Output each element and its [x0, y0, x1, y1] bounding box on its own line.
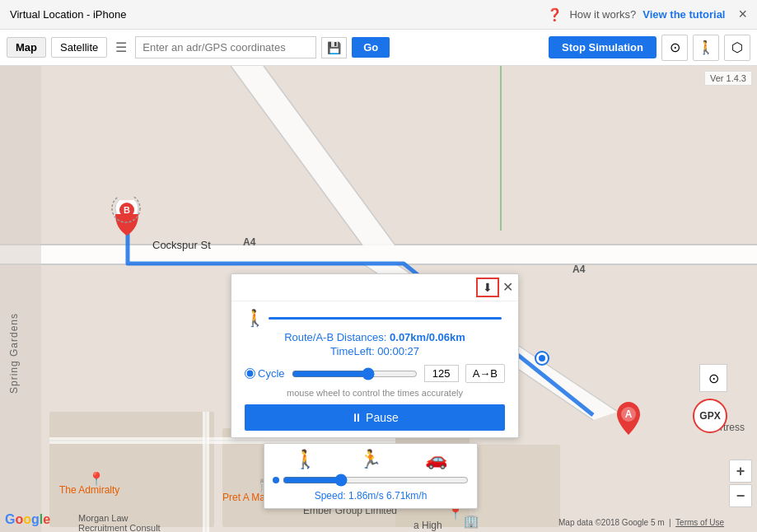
svg-text:B: B	[124, 205, 130, 215]
speed-slider[interactable]	[292, 367, 418, 380]
walker-icon: 🚶	[245, 308, 265, 328]
svg-rect-12	[49, 412, 214, 527]
run-speed-icon[interactable]: 🏃	[359, 449, 381, 470]
speed-slider-row	[273, 474, 469, 487]
google-logo: Google	[5, 512, 50, 527]
how-it-works-text: How it works?	[569, 8, 636, 21]
walk-mode-button[interactable]: 🚶	[693, 35, 719, 61]
version-badge: Ver 1.4.3	[704, 71, 752, 86]
svg-rect-10	[0, 66, 41, 532]
terms-link[interactable]: Terms of Use	[675, 518, 724, 527]
titlebar-right: ❓ How it works? View the tutorial ×	[547, 6, 747, 23]
address-input[interactable]	[135, 36, 316, 58]
svg-rect-1	[0, 245, 757, 264]
tutorial-link[interactable]: View the tutorial	[643, 8, 725, 21]
drive-speed-icon[interactable]: 🚗	[425, 449, 447, 470]
svg-text:A: A	[625, 408, 633, 420]
window-title: Virtual Location - iPhone	[10, 8, 126, 21]
timeleft-value: 00:00:27	[377, 345, 419, 357]
toolbar: Map Satellite ☰ 💾 Go Stop Simulation ⊙ 🚶…	[0, 30, 757, 66]
route-panel-header: ⬇ ✕	[231, 274, 518, 301]
speed-range-input[interactable]	[283, 474, 469, 487]
speed-icons-row: 🚶 🏃 🚗	[273, 449, 469, 470]
walker-progress-row: 🚶	[245, 308, 505, 328]
titlebar: Virtual Location - iPhone ❓ How it works…	[0, 0, 757, 30]
cycle-radio[interactable]	[245, 368, 255, 379]
list-icon[interactable]: ☰	[115, 40, 127, 55]
help-icon: ❓	[547, 7, 563, 22]
share-button[interactable]: ⬡	[724, 35, 750, 61]
progress-bar	[269, 317, 502, 320]
gpx-button[interactable]: GPX	[693, 399, 727, 433]
speed-display: Speed: 1.86m/s 6.71km/h	[273, 490, 469, 502]
ab-direction-button[interactable]: A→B	[465, 364, 505, 383]
cycle-radio-label[interactable]: Cycle	[245, 367, 285, 380]
pause-button[interactable]: ⏸ Pause	[245, 404, 505, 431]
speed-dot	[273, 477, 279, 483]
zoom-out-button[interactable]: −	[729, 484, 752, 507]
distance-value: 0.07km/0.06km	[390, 331, 465, 343]
speed-panel: 🚶 🏃 🚗 Speed: 1.86m/s 6.71km/h	[264, 443, 478, 509]
panel-close-button[interactable]: ✕	[502, 281, 513, 294]
recenter-button[interactable]: ⊙	[661, 35, 688, 61]
cycle-label: Cycle	[258, 367, 285, 380]
route-panel: ⬇ ✕ 🚶 Route/A-B Distances: 0.07km/0.06km…	[231, 273, 519, 438]
download-button[interactable]: ⬇	[476, 278, 499, 297]
go-button[interactable]: Go	[352, 37, 390, 58]
map-attribution: Map data ©2018 Google 5 m | Terms of Use	[558, 518, 724, 527]
marker-a: A	[616, 402, 641, 437]
satellite-tab[interactable]: Satellite	[51, 37, 107, 58]
route-point-marker	[534, 350, 550, 369]
close-icon[interactable]: ×	[738, 6, 747, 23]
high-mission-icon: 🏢	[463, 513, 479, 529]
time-left-line: TimeLeft: 00:00:27	[245, 345, 505, 357]
route-distance-line: Route/A-B Distances: 0.07km/0.06km	[245, 331, 505, 343]
zoom-in-button[interactable]: +	[729, 460, 752, 483]
walk-speed-icon[interactable]: 🚶	[294, 449, 316, 470]
stop-simulation-button[interactable]: Stop Simulation	[549, 36, 657, 58]
map-tab[interactable]: Map	[7, 37, 46, 58]
speed-value-display: 125	[424, 365, 459, 382]
route-panel-body: 🚶 Route/A-B Distances: 0.07km/0.06km Tim…	[231, 301, 518, 437]
mousewheel-hint: mouse wheel to control the times accurat…	[245, 388, 505, 398]
save-location-button[interactable]: 💾	[321, 37, 347, 58]
cycle-row: Cycle 125 A→B	[245, 364, 505, 383]
map-controls: + −	[729, 460, 752, 507]
spring-gardens-label: Spring Gardens	[8, 313, 20, 394]
marker-b: B	[113, 200, 141, 239]
svg-point-27	[539, 355, 545, 362]
map[interactable]: Ver 1.4.3 Cockspur St A4 A4 Spring Garde…	[0, 66, 757, 532]
recenter-map-button[interactable]: ⊙	[699, 364, 727, 392]
admiralty-icon: 📍	[88, 471, 105, 487]
